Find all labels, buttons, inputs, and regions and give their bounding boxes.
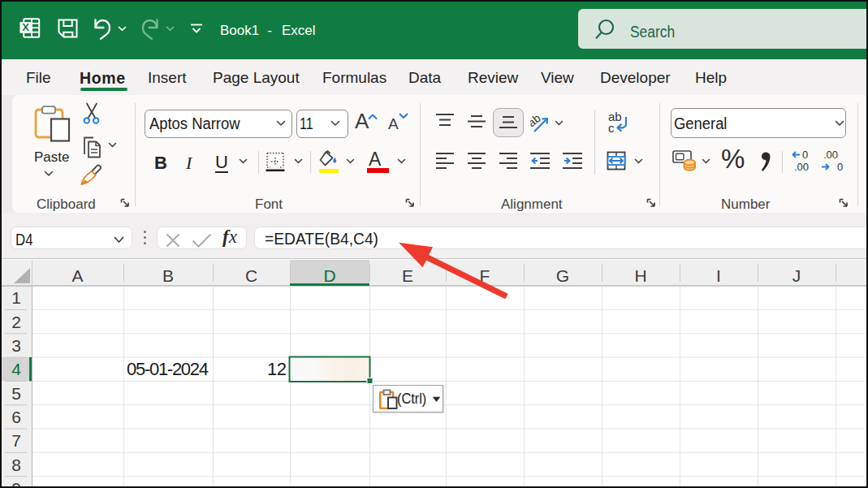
svg-text:X: X (22, 21, 29, 33)
svg-text:0: 0 (802, 149, 808, 161)
svg-text:B: B (162, 266, 174, 285)
svg-text:1: 1 (11, 288, 21, 307)
svg-text:8: 8 (11, 456, 21, 474)
svg-text:05-01-2024: 05-01-2024 (127, 359, 209, 379)
svg-text:.00: .00 (794, 161, 809, 173)
svg-text:G: G (556, 266, 569, 285)
svg-text:7: 7 (11, 431, 21, 450)
svg-text:I: I (716, 266, 721, 285)
svg-text:A: A (71, 266, 83, 285)
svg-text:J: J (792, 266, 801, 285)
svg-text:4: 4 (11, 360, 21, 378)
svg-text:.00: .00 (823, 149, 838, 161)
svg-text:ab: ab (530, 113, 543, 129)
svg-text:3: 3 (11, 336, 21, 355)
svg-text:H: H (634, 266, 646, 285)
svg-text:5: 5 (11, 384, 21, 403)
svg-text:c: c (608, 121, 615, 134)
svg-text:2: 2 (11, 313, 21, 331)
svg-text:12: 12 (267, 359, 287, 379)
svg-text:C: C (245, 266, 257, 285)
svg-text:0: 0 (837, 161, 843, 173)
svg-text:6: 6 (11, 408, 21, 426)
svg-text:D: D (323, 266, 335, 285)
